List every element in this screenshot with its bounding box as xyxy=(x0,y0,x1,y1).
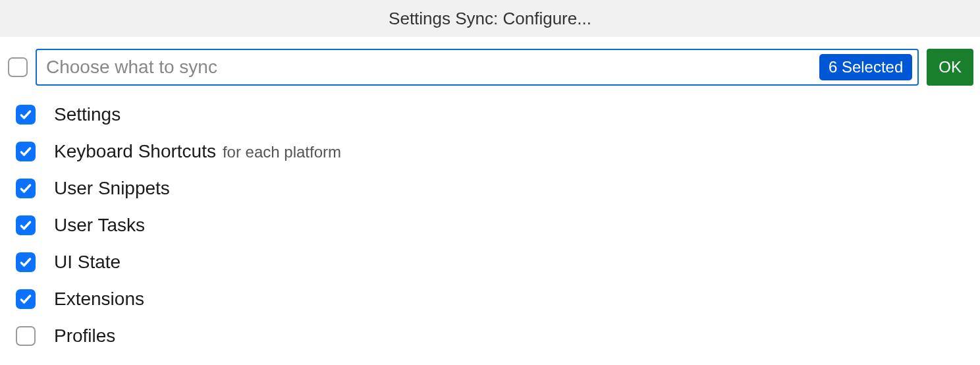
header-row: 6 Selected OK xyxy=(0,37,980,96)
item-checkbox[interactable] xyxy=(16,289,36,309)
list-item[interactable]: Profiles xyxy=(16,318,973,354)
list-item[interactable]: Keyboard Shortcutsfor each platform xyxy=(16,133,973,170)
item-label: User Tasks xyxy=(54,215,145,235)
item-text: Settings xyxy=(54,104,121,125)
dialog-title: Settings Sync: Configure... xyxy=(0,0,980,37)
search-input[interactable] xyxy=(46,57,819,78)
item-text: User Snippets xyxy=(54,178,170,199)
list-item[interactable]: User Tasks xyxy=(16,207,973,244)
item-text: Keyboard Shortcutsfor each platform xyxy=(54,141,341,162)
list-item[interactable]: User Snippets xyxy=(16,170,973,207)
select-all-checkbox[interactable] xyxy=(8,57,28,77)
search-container: 6 Selected xyxy=(36,49,919,86)
check-icon xyxy=(19,145,32,158)
check-icon xyxy=(19,182,32,195)
item-sublabel: for each platform xyxy=(223,143,341,161)
item-checkbox[interactable] xyxy=(16,179,36,198)
item-label: Extensions xyxy=(54,289,144,309)
item-label: UI State xyxy=(54,252,121,272)
item-label: User Snippets xyxy=(54,178,170,198)
list-item[interactable]: Settings xyxy=(16,96,973,133)
item-text: Extensions xyxy=(54,289,144,310)
list-item[interactable]: Extensions xyxy=(16,281,973,318)
selected-count-badge: 6 Selected xyxy=(819,54,912,80)
list-item[interactable]: UI State xyxy=(16,244,973,281)
check-icon xyxy=(19,219,32,232)
item-label: Keyboard Shortcuts xyxy=(54,141,216,161)
item-checkbox[interactable] xyxy=(16,252,36,272)
item-checkbox[interactable] xyxy=(16,142,36,161)
check-icon xyxy=(19,256,32,269)
ok-button[interactable]: OK xyxy=(927,49,973,86)
item-text: Profiles xyxy=(54,325,115,347)
item-label: Profiles xyxy=(54,325,115,346)
check-icon xyxy=(19,108,32,121)
item-text: User Tasks xyxy=(54,215,145,236)
sync-options-list: SettingsKeyboard Shortcutsfor each platf… xyxy=(0,96,980,354)
check-icon xyxy=(19,293,32,306)
item-label: Settings xyxy=(54,104,121,125)
item-checkbox[interactable] xyxy=(16,215,36,235)
item-text: UI State xyxy=(54,252,121,273)
item-checkbox[interactable] xyxy=(16,105,36,125)
item-checkbox[interactable] xyxy=(16,326,36,346)
